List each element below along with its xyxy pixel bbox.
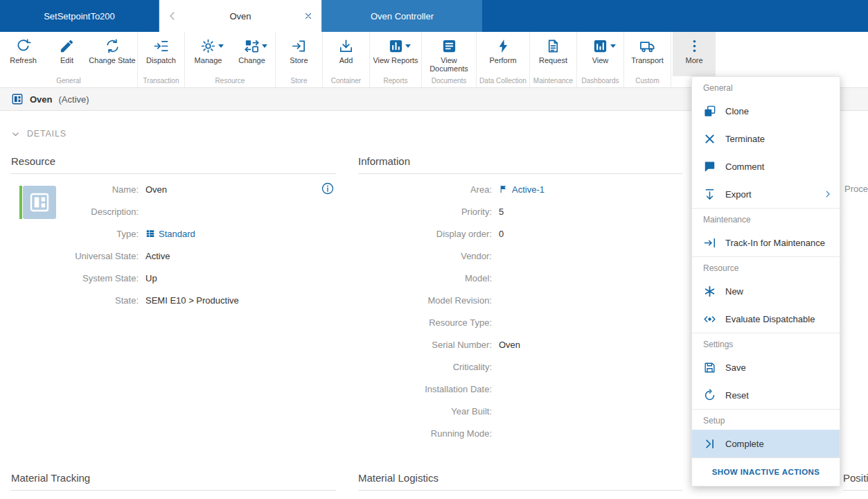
store-button[interactable]: Store — [277, 32, 321, 76]
ribbon-group-label: Container — [323, 77, 369, 85]
state-color-strip — [19, 186, 22, 219]
menu-item-evaluate-dispatchable[interactable]: Evaluate Dispatchable — [692, 305, 840, 333]
view-button[interactable]: View — [578, 32, 622, 76]
view-reports-button[interactable]: View Reports — [371, 32, 420, 76]
ribbon-button-label: Perform — [489, 56, 516, 64]
ribbon-group-label: Documents — [422, 77, 476, 85]
field-value: Up — [145, 273, 157, 283]
menu-group-label: Setup — [692, 410, 840, 430]
field-label: Universal State: — [11, 251, 139, 261]
field-row-description: Description: — [11, 200, 336, 222]
terminate-icon — [703, 132, 716, 146]
ribbon-group-maintenance: Request Maintenance — [530, 32, 577, 87]
type-link[interactable]: Standard — [159, 229, 195, 239]
menu-group-label: Settings — [692, 333, 840, 353]
menu-item-clone[interactable]: Clone — [692, 97, 840, 125]
menu-item-label: Reset — [725, 390, 749, 401]
field-label: Year Built: — [358, 406, 492, 417]
menu-item-reset[interactable]: Reset — [692, 381, 840, 409]
field-value: 5 — [499, 207, 504, 217]
field-label: Criticality: — [358, 362, 492, 372]
field-row-vendor: Vendor: — [358, 245, 682, 267]
field-row-system-state: System State: Up — [11, 267, 336, 289]
tab-oven-controller[interactable]: Oven Controller — [321, 0, 482, 32]
clone-icon — [703, 105, 716, 118]
close-icon[interactable] — [303, 11, 313, 21]
area-link[interactable]: Active-1 — [512, 184, 544, 195]
details-toggle[interactable]: DETAILS — [11, 129, 67, 139]
more-button[interactable]: More — [673, 32, 716, 76]
field-label: Resource Type: — [358, 317, 492, 328]
menu-item-label: Track-In for Maintenance — [725, 238, 825, 248]
ribbon-button-label: Add — [339, 56, 353, 64]
menu-item-save[interactable]: Save — [692, 353, 840, 381]
menu-item-export[interactable]: Export — [692, 180, 840, 208]
comment-icon — [703, 160, 716, 173]
ribbon-button-label: Change State — [89, 56, 135, 64]
ribbon-group-label: Transaction — [138, 77, 184, 85]
menu-item-complete[interactable]: Complete — [692, 430, 840, 457]
menu-item-comment[interactable]: Comment — [692, 152, 840, 180]
view-documents-icon — [441, 38, 457, 54]
area-icon — [499, 184, 508, 194]
tab-label: SetSetpointTo200 — [44, 11, 115, 21]
manage-button[interactable]: Manage — [186, 32, 230, 76]
add-button[interactable]: Add — [324, 32, 368, 76]
field-label: Display order: — [358, 229, 492, 239]
resource-avatar-box — [23, 186, 56, 219]
request-button[interactable]: Request — [531, 32, 575, 76]
field-label: Model: — [358, 273, 492, 283]
field-row-state: State: SEMI E10 > Productive — [11, 289, 336, 311]
change-state-button[interactable]: Change State — [89, 32, 136, 76]
section-header: Information — [358, 155, 682, 174]
field-row-area: Area: Active-1 — [358, 178, 682, 200]
view-reports-icon — [388, 38, 404, 54]
field-row-type: Type: Standard — [11, 222, 336, 245]
chevron-down-icon — [610, 44, 616, 48]
info-icon[interactable] — [321, 182, 335, 195]
view-documents-button[interactable]: View Documents — [423, 32, 475, 76]
field-row-installation-date: Installation Date: — [358, 378, 682, 400]
menu-group-resource: Resource New Evaluate Dispatchable — [692, 256, 840, 333]
resource-fields: Name: Oven Description: Type: Standard U… — [11, 178, 336, 311]
dispatch-button[interactable]: Dispatch — [139, 32, 183, 76]
field-value: Oven — [499, 340, 520, 350]
edit-icon — [59, 38, 75, 54]
resource-icon — [28, 191, 51, 213]
positions-section: Positions — [843, 472, 868, 491]
tab-oven[interactable]: Oven — [159, 0, 321, 32]
transport-button[interactable]: Transport — [626, 32, 669, 76]
field-label: Priority: — [358, 207, 492, 217]
show-inactive-actions-button[interactable]: SHOW INACTIVE ACTIONS — [692, 457, 840, 486]
ribbon-group-store: Store Store — [276, 32, 323, 87]
transport-icon — [639, 38, 655, 54]
ribbon-group-label: Reports — [370, 77, 421, 85]
ribbon-button-label: More — [685, 56, 702, 64]
field-row-criticality: Criticality: — [358, 356, 682, 378]
field-label: Type: — [11, 229, 139, 239]
menu-item-terminate[interactable]: Terminate — [692, 125, 840, 152]
submenu-chevron-icon — [823, 189, 833, 199]
ribbon-group-resource: Manage Change Resource — [185, 32, 276, 87]
field-label: Model Revision: — [358, 295, 492, 306]
change-button[interactable]: Change — [230, 32, 274, 76]
tab-label: Oven Controller — [371, 11, 434, 21]
ribbon-button-label: Edit — [60, 56, 73, 64]
edit-button[interactable]: Edit — [45, 32, 89, 76]
information-section: Information Area: Active-1 Priority: 5 D… — [358, 155, 682, 444]
menu-item-track-in-for-maintenance[interactable]: Track-In for Maintenance — [692, 229, 840, 256]
section-header: Material Tracking — [11, 472, 336, 491]
ribbon-button-label: Store — [290, 56, 308, 64]
tab-setsetpointto200[interactable]: SetSetpointTo200 — [0, 0, 159, 32]
request-icon — [545, 38, 561, 54]
menu-item-new[interactable]: New — [692, 277, 840, 305]
perform-button[interactable]: Perform — [478, 32, 528, 76]
chevron-left-icon[interactable] — [166, 10, 179, 22]
field-row-name: Name: Oven — [11, 178, 336, 200]
refresh-button[interactable]: Refresh — [1, 32, 45, 76]
complete-icon — [703, 437, 716, 450]
field-row-priority: Priority: 5 — [358, 200, 682, 222]
field-value: Active — [145, 251, 170, 261]
field-row-resource-type: Resource Type: — [358, 311, 682, 333]
menu-item-label: Save — [725, 362, 746, 373]
